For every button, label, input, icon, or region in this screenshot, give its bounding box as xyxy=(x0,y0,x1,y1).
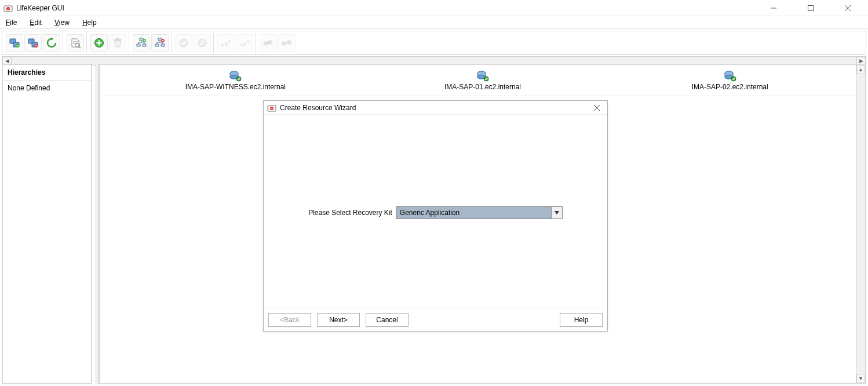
help-button[interactable]: Help xyxy=(560,313,603,327)
menu-view[interactable]: View xyxy=(52,17,72,28)
window-controls xyxy=(760,0,865,16)
add-dependency-icon[interactable] xyxy=(260,34,277,52)
svg-rect-29 xyxy=(155,44,159,46)
svg-rect-40 xyxy=(243,42,246,46)
menubar: File Edit View Help xyxy=(0,16,868,29)
svg-rect-24 xyxy=(143,44,146,46)
svg-point-1 xyxy=(6,7,10,10)
delete-resource-icon[interactable] xyxy=(109,34,126,52)
close-button[interactable] xyxy=(834,0,861,16)
server-label: IMA-SAP-WITNESS.ec2.internal xyxy=(185,83,286,91)
svg-line-16 xyxy=(79,47,81,49)
next-button[interactable]: Next> xyxy=(317,313,360,327)
server-node[interactable]: IMA-SAP-WITNESS.ec2.internal xyxy=(112,70,359,91)
create-resource-wizard-dialog: Create Resource Wizard Please Select Rec… xyxy=(263,100,608,332)
extend-icon[interactable] xyxy=(217,34,235,52)
dialog-button-bar: <Back Next> Cancel Help xyxy=(264,308,607,331)
remove-hierarchy-icon[interactable] xyxy=(151,34,169,52)
unextend-icon[interactable] xyxy=(236,34,253,52)
svg-rect-39 xyxy=(240,44,243,46)
back-button[interactable]: <Back xyxy=(268,313,311,327)
svg-point-52 xyxy=(270,107,273,110)
server-icon xyxy=(229,70,242,82)
create-resource-icon[interactable] xyxy=(90,34,108,52)
app-icon xyxy=(3,3,13,13)
svg-rect-37 xyxy=(221,44,224,46)
out-of-service-icon[interactable] xyxy=(194,34,211,52)
hierarchies-pane: Hierarchies None Defined xyxy=(2,64,92,384)
hierarchies-empty-text: None Defined xyxy=(8,84,50,92)
menu-edit[interactable]: Edit xyxy=(27,17,44,28)
window-titlebar: LifeKeeper GUI xyxy=(0,0,868,16)
hierarchies-header: Hierarchies xyxy=(3,65,91,81)
maximize-button[interactable] xyxy=(797,0,824,16)
server-node[interactable]: IMA-SAP-01.ec2.internal xyxy=(359,70,607,91)
toolbar xyxy=(2,31,866,55)
remove-dependency-icon[interactable] xyxy=(278,34,296,52)
cancel-button[interactable]: Cancel xyxy=(366,313,409,327)
server-label: IMA-SAP-02.ec2.internal xyxy=(692,83,768,91)
view-logs-icon[interactable] xyxy=(67,34,84,52)
server-icon xyxy=(724,70,736,82)
disconnect-server-icon[interactable] xyxy=(24,34,42,52)
svg-rect-23 xyxy=(137,44,140,46)
add-hierarchy-icon[interactable] xyxy=(133,34,150,52)
minimize-button[interactable] xyxy=(760,0,787,16)
recovery-kit-selected: Generic Application xyxy=(396,207,552,219)
in-service-icon[interactable] xyxy=(175,34,192,52)
vertical-scrollbar[interactable]: ▲ ▼ xyxy=(856,65,865,383)
window-title: LifeKeeper GUI xyxy=(16,4,64,12)
menu-file[interactable]: File xyxy=(3,17,19,28)
server-row: IMA-SAP-WITNESS.ec2.internal IMA-SAP-01.… xyxy=(100,65,865,96)
scroll-up-icon[interactable]: ▲ xyxy=(856,65,865,74)
svg-rect-3 xyxy=(808,5,814,10)
dialog-titlebar[interactable]: Create Resource Wizard xyxy=(264,101,607,115)
server-icon xyxy=(476,70,489,82)
refresh-icon[interactable] xyxy=(43,34,60,52)
svg-rect-21 xyxy=(116,38,119,39)
svg-rect-30 xyxy=(161,44,165,46)
chevron-down-icon[interactable] xyxy=(552,207,562,219)
dialog-title: Create Resource Wizard xyxy=(280,104,356,112)
dialog-body: Please Select Recovery Kit Generic Appli… xyxy=(264,115,607,308)
menu-help[interactable]: Help xyxy=(80,17,99,28)
recovery-kit-label: Please Select Recovery Kit xyxy=(308,209,392,217)
recovery-kit-combobox[interactable]: Generic Application xyxy=(396,206,563,219)
server-node[interactable]: IMA-SAP-02.ec2.internal xyxy=(606,70,854,91)
dialog-icon xyxy=(267,103,276,112)
svg-rect-38 xyxy=(225,42,228,46)
dialog-close-button[interactable] xyxy=(590,101,604,114)
hierarchies-body: None Defined xyxy=(3,81,91,383)
server-label: IMA-SAP-01.ec2.internal xyxy=(444,83,521,91)
scroll-down-icon[interactable]: ▼ xyxy=(856,374,865,383)
connect-server-icon[interactable] xyxy=(6,34,23,52)
